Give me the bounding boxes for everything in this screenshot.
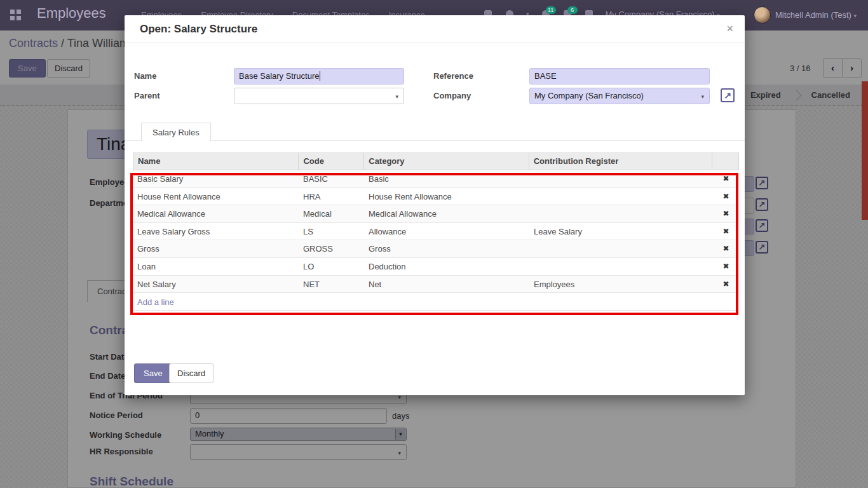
header-contribution-register[interactable]: Contribution Register xyxy=(529,153,712,170)
dialog-title: Open: Salary Structure xyxy=(140,23,257,36)
table-header-row: Name Code Category Contribution Register xyxy=(133,152,739,170)
company-value: My Company (San Francisco) xyxy=(534,91,644,100)
close-icon[interactable]: × xyxy=(726,22,733,36)
cell-name[interactable]: House Rent Allowance xyxy=(133,188,299,205)
cell-code[interactable]: LS xyxy=(299,223,364,240)
cell-category[interactable]: Medical Allowance xyxy=(364,205,529,222)
reference-label: Reference xyxy=(433,71,473,81)
salary-rules-table: Name Code Category Contribution Register… xyxy=(133,152,739,311)
cell-category[interactable]: Deduction xyxy=(364,258,529,275)
message-count-badge: 6 xyxy=(567,6,578,14)
text-cursor xyxy=(320,71,320,81)
chevron-down-icon: ▾ xyxy=(701,93,704,100)
user-menu[interactable]: Mitchell Admin (Test) ▾ xyxy=(775,10,857,20)
cell-code[interactable]: Medical xyxy=(299,205,364,222)
header-category[interactable]: Category xyxy=(364,153,529,170)
company-select[interactable]: My Company (San Francisco) ▾ xyxy=(529,88,710,104)
dialog-save-button[interactable]: Save xyxy=(134,363,172,383)
cell-category[interactable]: Net xyxy=(364,276,529,293)
header-actions xyxy=(712,153,738,170)
cell-category[interactable]: Basic xyxy=(364,170,529,187)
company-external-link-icon[interactable]: ↗ xyxy=(721,88,735,102)
cell-category[interactable]: House Rent Allowance xyxy=(364,188,529,205)
delete-row-icon[interactable]: ✖ xyxy=(713,223,739,240)
header-name[interactable]: Name xyxy=(133,153,299,170)
add-line-row: Add a line xyxy=(133,293,739,311)
salary-structure-dialog: Open: Salary Structure × Name Base Salar… xyxy=(125,15,745,395)
cell-category[interactable]: Allowance xyxy=(364,223,529,240)
cell-code[interactable]: BASIC xyxy=(299,170,364,187)
table-row[interactable]: Leave Salary GrossLSAllowanceLeave Salar… xyxy=(133,223,739,241)
chevron-down-icon: ▾ xyxy=(854,13,857,19)
cell-name[interactable]: Net Salary xyxy=(133,276,299,293)
name-label: Name xyxy=(134,71,156,81)
reference-input[interactable]: BASE xyxy=(529,68,710,85)
cell-register[interactable] xyxy=(529,188,713,205)
cell-name[interactable]: Medical Allowance xyxy=(133,205,299,222)
delete-row-icon[interactable]: ✖ xyxy=(713,205,739,222)
table-row[interactable]: Net SalaryNETNetEmployees✖ xyxy=(133,276,739,294)
parent-select[interactable]: ▾ xyxy=(234,88,404,104)
cell-register[interactable] xyxy=(529,240,713,257)
cell-code[interactable]: NET xyxy=(299,276,364,293)
cell-register[interactable] xyxy=(529,258,713,275)
delete-row-icon[interactable]: ✖ xyxy=(713,188,739,205)
table-row[interactable]: House Rent AllowanceHRAHouse Rent Allowa… xyxy=(133,188,739,206)
delete-row-icon[interactable]: ✖ xyxy=(713,170,739,187)
activity-count-badge: 11 xyxy=(546,6,556,14)
header-code[interactable]: Code xyxy=(299,153,364,170)
cell-name[interactable]: Leave Salary Gross xyxy=(133,223,299,240)
user-avatar[interactable] xyxy=(754,6,771,24)
cell-name[interactable]: Basic Salary xyxy=(133,170,299,187)
add-a-line-link[interactable]: Add a line xyxy=(133,297,174,307)
cell-name[interactable]: Gross xyxy=(133,240,299,257)
dialog-header: Open: Salary Structure × xyxy=(125,15,745,43)
cell-code[interactable]: GROSS xyxy=(299,240,364,257)
delete-row-icon[interactable]: ✖ xyxy=(713,276,739,293)
cell-register[interactable]: Employees xyxy=(529,276,713,293)
table-row[interactable]: GrossGROSSGross✖ xyxy=(133,240,739,258)
cell-register[interactable] xyxy=(529,205,713,222)
delete-row-icon[interactable]: ✖ xyxy=(713,258,739,275)
company-label: Company xyxy=(433,91,471,100)
parent-label: Parent xyxy=(134,91,159,100)
app-title[interactable]: Employees xyxy=(37,5,106,22)
salary-rules-body: Basic SalaryBASICBasic✖House Rent Allowa… xyxy=(133,170,739,293)
table-row[interactable]: Basic SalaryBASICBasic✖ xyxy=(133,170,739,188)
table-row[interactable]: LoanLODeduction✖ xyxy=(133,258,739,276)
reference-value: BASE xyxy=(534,71,557,81)
cell-register[interactable] xyxy=(529,170,713,187)
chevron-down-icon: ▾ xyxy=(395,93,398,100)
name-value: Base Salary Structure xyxy=(239,71,319,81)
cell-category[interactable]: Gross xyxy=(364,240,529,257)
table-row[interactable]: Medical AllowanceMedicalMedical Allowanc… xyxy=(133,205,739,223)
dialog-discard-button[interactable]: Discard xyxy=(169,363,214,383)
cell-code[interactable]: HRA xyxy=(299,188,364,205)
apps-grid-icon[interactable] xyxy=(10,10,15,14)
cell-name[interactable]: Loan xyxy=(133,258,299,275)
notebook-tabs: Salary Rules xyxy=(125,122,745,141)
cell-register[interactable]: Leave Salary xyxy=(529,223,713,240)
delete-row-icon[interactable]: ✖ xyxy=(713,240,739,257)
dialog-footer: Save Discard xyxy=(125,363,745,395)
cell-code[interactable]: LO xyxy=(299,258,364,275)
tab-salary-rules[interactable]: Salary Rules xyxy=(141,123,211,142)
name-input[interactable]: Base Salary Structure xyxy=(234,68,404,85)
